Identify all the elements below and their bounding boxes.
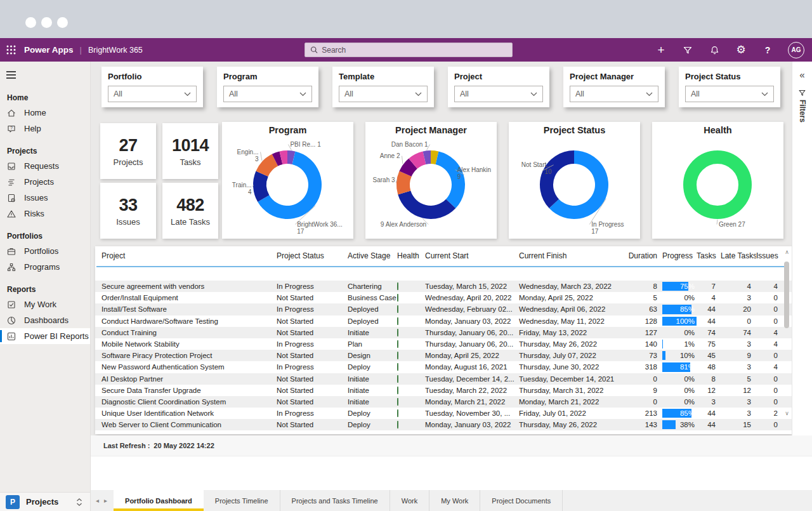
filter-dropdown-project[interactable]: All [454,86,543,102]
table-row[interactable]: Web Server to Client CommunicationNot St… [95,419,792,430]
column-header-issues[interactable]: Issues [756,251,783,265]
tabs-next-icon[interactable]: ▸ [104,497,107,504]
filter-dropdown-program[interactable]: All [223,86,312,102]
cell-duration: 213 [627,409,662,417]
cell-issues: 0 [756,305,783,313]
environment-switcher[interactable]: P Projects [0,492,91,511]
filter-dropdown-project-manager[interactable]: All [570,86,658,102]
sidebar-item-projects[interactable]: Projects [0,174,90,190]
table-row[interactable]: Unique User Identification NetworkIn Pro… [95,408,792,419]
chevron-down-icon [646,92,653,96]
search-input[interactable] [322,46,507,55]
filter-dropdown-template[interactable]: All [339,86,428,102]
table-row[interactable]: Secure agreement with vendorsIn Progress… [95,281,792,292]
sidebar-item-label: Portfolios [24,246,58,256]
window-button-1[interactable] [25,17,36,28]
settings-icon[interactable]: ⚙ [735,43,747,56]
help-icon[interactable]: ? [761,45,774,55]
sidebar-item-requests[interactable]: Requests [0,158,90,174]
page-tab-projects-timeline[interactable]: Projects Timeline [204,490,280,511]
column-header-current-start[interactable]: Current Start [425,251,519,265]
app-name[interactable]: Power Apps [24,45,74,55]
cell-late_tasks: 5 [721,375,756,383]
window-button-3[interactable] [57,17,68,28]
filter-icon[interactable] [681,45,694,55]
cell-health [397,421,425,428]
sidebar-item-issues[interactable]: Issues [0,190,90,206]
sidebar-item-power-bi-reports[interactable]: Power BI Reports [0,328,90,344]
scroll-down-icon[interactable]: ∨ [783,410,791,416]
sidebar-item-label: Risks [24,209,44,218]
column-header-progress[interactable]: Progress [662,251,697,265]
table-row[interactable]: Conduct TrainingNot StartedInitiateThurs… [95,327,792,338]
table-row[interactable]: AI Desktop PartnerNot StartedInitiateTue… [95,373,792,385]
tabs-prev-icon[interactable]: ◂ [96,497,99,504]
donut-slice[interactable] [540,150,574,208]
table-row[interactable]: New Password Authentication SystemIn Pro… [95,361,792,373]
cell-health [397,282,425,290]
donut-card-program: ProgramPBI Re... 1BrightWork 36...17Trai… [222,122,353,239]
sidebar-item-risks[interactable]: Risks [0,206,90,222]
column-header-project[interactable]: Project [95,251,277,265]
table-scrollbar[interactable]: ∧ ∨ [783,249,791,432]
cell-late_tasks: 3 [721,340,756,348]
search-box[interactable] [304,43,513,57]
hamburger-icon[interactable] [0,62,90,83]
last-refresh-bar: Last Refresh : 20 May 2022 14:22 [91,435,812,456]
sidebar-item-label: My Work [24,300,56,309]
app-header: Power Apps | BrightWork 365 + ⚙ ? AG [0,38,812,62]
column-header-health[interactable]: Health [397,251,425,265]
sidebar-item-portfolios[interactable]: Portfolios [0,243,90,259]
add-icon[interactable]: + [655,43,667,57]
filters-rail-label[interactable]: Filters [798,100,807,123]
table-row[interactable]: Software Piracy Protection ProjectNot St… [95,350,792,361]
column-header-late-tasks[interactable]: Late Tasks [721,251,756,265]
table-row[interactable]: Diagnostic Client Coordination SystemNot… [95,396,792,408]
filter-dropdown-project-status[interactable]: All [685,86,774,102]
filter-dropdown-portfolio[interactable]: All [108,86,197,102]
page-tab-project-documents[interactable]: Project Documents [480,490,563,511]
sidebar-item-my-work[interactable]: My Work [0,296,90,312]
scrollbar-thumb[interactable] [784,262,789,328]
cell-project: Secure Data Transfer Upgrade [95,387,277,394]
window-button-2[interactable] [41,17,52,28]
filter-label: Portfolio [108,72,197,81]
column-header-tasks[interactable]: Tasks [697,251,721,265]
table-row[interactable]: Install/Test SoftwareIn ProgressDeployed… [95,303,792,315]
sidebar-item-dashboards[interactable]: Dashboards [0,312,90,328]
table-row[interactable]: Secure Data Transfer UpgradeNot StartedI… [95,385,792,396]
filters-funnel-icon[interactable] [798,89,806,97]
sidebar-item-programs[interactable]: Programs [0,259,90,275]
column-header-current-finish[interactable]: Current Finish [519,251,627,265]
table-row[interactable]: Order/Install EquipmentNot StartedBusine… [95,292,792,303]
page-tab-work[interactable]: Work [390,490,429,511]
donut-chart[interactable]: In Progress17Not Start...10 [509,135,640,236]
sidebar-item-home[interactable]: Home [0,105,90,121]
cell-duration: 0 [627,398,662,406]
cell-start: Tuesday, March 22, 2022 [425,387,519,394]
donut-chart[interactable]: Green 27 [652,135,783,236]
donut-slice[interactable] [690,157,745,213]
donut-chart[interactable]: Alex Hankin99 Alex AndersonSarah 3Anne 2… [365,135,497,236]
expand-filters-icon[interactable]: « [792,69,812,80]
page-tab-portfolio-dashboard[interactable]: Portfolio Dashboard [114,490,204,511]
cell-tasks: 44 [697,421,721,428]
sidebar-item-help[interactable]: ?Help [0,121,90,136]
table-row[interactable]: Conduct Hardware/Software TestingNot Sta… [95,315,792,327]
cell-tasks: 4 [697,294,721,302]
donut-slice[interactable] [398,190,455,219]
table-row[interactable]: Mobile Network StabilityIn ProgressPlanT… [95,338,792,350]
donut-label: Train...4 [232,182,252,196]
avatar[interactable]: AG [788,42,804,58]
progress-value: 81% [680,361,695,373]
donut-chart[interactable]: PBI Re... 1BrightWork 36...17Train...4En… [222,135,353,236]
page-tab-my-work[interactable]: My Work [429,490,480,511]
column-header-active-stage[interactable]: Active Stage [348,251,397,265]
waffle-icon[interactable] [0,38,22,62]
column-header-project-status[interactable]: Project Status [277,251,348,265]
notifications-icon[interactable] [708,45,721,55]
scroll-up-icon[interactable]: ∧ [783,249,791,255]
page-tab-projects-and-tasks-timeline[interactable]: Projects and Tasks Timeline [280,490,390,511]
column-header-duration[interactable]: Duration [627,251,662,265]
workspace-name[interactable]: BrightWork 365 [88,46,143,55]
